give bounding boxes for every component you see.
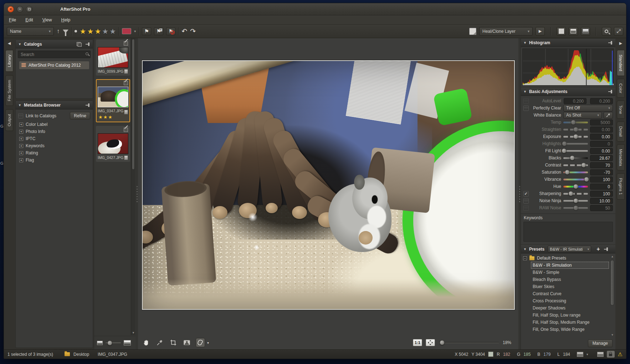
slider-thumb[interactable] — [584, 177, 589, 182]
tool-options-caret-icon[interactable]: ▾ — [207, 341, 209, 345]
collapse-box-icon[interactable]: − — [523, 256, 527, 260]
preset-selector[interactable]: B&W - IR Simulation ▾ — [548, 246, 591, 252]
presets-scrollbar[interactable]: ▲ ▼ — [610, 255, 615, 337]
expand-box-icon[interactable]: + — [19, 123, 23, 127]
tab-color[interactable]: Color — [617, 79, 625, 98]
scroll-down-arrow-icon[interactable]: ▼ — [610, 333, 615, 337]
star-icon[interactable]: ★ — [80, 27, 86, 36]
viewer-canvas[interactable] — [138, 38, 518, 336]
zoom-100-button[interactable]: 1:1 — [413, 339, 422, 346]
tab-output[interactable]: Output — [5, 109, 13, 131]
catalog-item[interactable]: AfterShot Pro Catalog 2012 — [19, 61, 89, 69]
fullscreen-button[interactable]: ⤢ — [614, 27, 623, 36]
refine-button[interactable]: Refine — [70, 112, 90, 119]
magnifier-button[interactable] — [602, 27, 611, 36]
scrollbar-thumb[interactable] — [132, 39, 135, 170]
hue-slider[interactable] — [563, 186, 588, 188]
metadata-node-rating[interactable]: +Rating — [16, 149, 93, 157]
minimize-window-button[interactable]: – — [17, 6, 23, 12]
collapse-left-panel-arrow[interactable]: ◀ — [7, 40, 11, 47]
tab-detail[interactable]: Detail — [617, 122, 625, 141]
caret-down-icon[interactable]: ▾ — [587, 353, 588, 356]
exposure-slider[interactable] — [563, 136, 588, 138]
expand-box-icon[interactable]: + — [19, 144, 23, 148]
scrollbar-thumb[interactable] — [610, 260, 614, 306]
photo-img-0347[interactable] — [142, 60, 515, 310]
collapse-triangle-icon[interactable]: ▼ — [523, 90, 527, 93]
flag-reject-button[interactable]: ⚑✕ — [154, 27, 163, 35]
scroll-up-arrow-icon[interactable]: ▲ — [610, 255, 615, 258]
proof-image-icon[interactable] — [597, 352, 604, 357]
manage-presets-button[interactable]: Manage — [588, 339, 613, 347]
sharpening-slider[interactable] — [563, 193, 588, 195]
preset-contrast-curve[interactable]: Contrast Curve — [531, 290, 609, 297]
preset-bluer-skies[interactable]: Bluer Skies — [531, 283, 609, 290]
preset-b-w-ir-simulation[interactable]: B&W - IR Simulation — [531, 262, 609, 269]
slider-thumb[interactable] — [107, 340, 112, 345]
tab-standard[interactable]: Standard — [617, 50, 625, 76]
tab-metadata[interactable]: Metadata — [617, 144, 625, 171]
collapse-right-panel-arrow[interactable]: ▶ — [619, 40, 623, 47]
slider-thumb[interactable] — [573, 134, 578, 139]
white-balance-dropdown[interactable]: As Shot▾ — [563, 112, 602, 119]
preset-fill-one-stop-wide-range[interactable]: Fill, One Stop, Wide Range — [531, 326, 609, 333]
sharpening-checkbox[interactable]: ✓ — [523, 191, 529, 196]
maximize-window-button[interactable] — [26, 6, 32, 12]
preset-cross-processing[interactable]: Cross Processing — [531, 297, 609, 304]
contrast-slider[interactable] — [563, 164, 588, 166]
fit-to-window-button[interactable] — [426, 339, 435, 346]
metadata-node-flag[interactable]: +Flag — [16, 157, 93, 164]
layer-icon[interactable] — [469, 28, 476, 35]
zoom-slider[interactable] — [439, 342, 499, 343]
menu-view[interactable]: View — [42, 17, 52, 22]
redeye-tool-button[interactable] — [182, 338, 191, 347]
caret-down-icon[interactable]: ▾ — [134, 30, 136, 33]
slider-thumb[interactable] — [573, 198, 578, 203]
browse-view-button[interactable] — [569, 27, 578, 36]
slider-thumb[interactable] — [562, 148, 567, 153]
rotate-left-button[interactable]: ↶ — [181, 27, 187, 35]
star-icon[interactable]: ★ — [94, 27, 101, 36]
fill-light-slider[interactable] — [563, 150, 588, 152]
menu-help[interactable]: Help — [61, 17, 71, 22]
filmstrip-thumbnail-img-0347-jpg[interactable]: IMG_0347.JPG★★★ — [96, 79, 130, 122]
saturation-slider[interactable] — [563, 171, 588, 173]
catalog-search-input[interactable] — [18, 51, 91, 58]
tab-file-system[interactable]: File System — [5, 75, 13, 106]
star-icon[interactable]: ★ — [87, 27, 93, 36]
thumbnail-size-slider[interactable] — [106, 342, 121, 343]
collapse-triangle-icon[interactable]: ▼ — [523, 41, 527, 45]
pin-icon[interactable] — [86, 103, 90, 107]
color-label-swatch[interactable] — [122, 28, 131, 34]
blacks-slider[interactable] — [563, 157, 588, 159]
sort-direction-button[interactable]: ↑ — [57, 28, 60, 34]
metadata-node-color-label[interactable]: +Color Label — [16, 121, 93, 128]
basic-adjustments-header[interactable]: ▼ Basic Adjustments — [521, 87, 615, 96]
preset-bleach-bypass[interactable]: Bleach Bypass — [531, 276, 609, 283]
slider-thumb[interactable] — [581, 163, 586, 168]
crop-tool-button[interactable] — [169, 338, 178, 347]
thumbnail-grid-view-button[interactable] — [557, 27, 566, 36]
tab-plugins-1[interactable]: Plugins 1 — [617, 173, 625, 199]
catalogs-panel-header[interactable]: ▼ Catalogs — [16, 40, 93, 48]
rotate-right-button[interactable]: ↷ — [190, 27, 196, 35]
heal-clone-tool-button[interactable] — [196, 338, 205, 347]
preset-deeper-shadows[interactable]: Deeper Shadows — [531, 304, 609, 312]
noise-ninja-slider[interactable] — [563, 200, 588, 202]
zoom-slider-thumb[interactable] — [440, 340, 445, 345]
preset-fill-half-stop-medium-range[interactable]: Fill, Half Stop, Medium Range — [531, 319, 609, 326]
presets-header[interactable]: ▼ Presets B&W - IR Simulation ▾ + — [521, 245, 615, 253]
vibrance-slider[interactable] — [563, 179, 588, 180]
slider-thumb[interactable] — [565, 170, 570, 175]
metadata-node-keywords[interactable]: +Keywords — [16, 142, 93, 149]
scroll-down-arrow-icon[interactable]: ▼ — [131, 331, 135, 334]
add-preset-button[interactable]: + — [596, 246, 600, 252]
image-view-button[interactable] — [581, 27, 590, 36]
pin-icon[interactable] — [604, 247, 609, 251]
export-icon[interactable] — [577, 352, 583, 357]
close-window-button[interactable]: ✕ — [7, 6, 14, 12]
expand-box-icon[interactable]: + — [19, 137, 23, 141]
slider-thumb[interactable] — [570, 155, 575, 160]
slider-thumb[interactable] — [568, 191, 573, 196]
pan-tool-button[interactable] — [142, 338, 151, 347]
